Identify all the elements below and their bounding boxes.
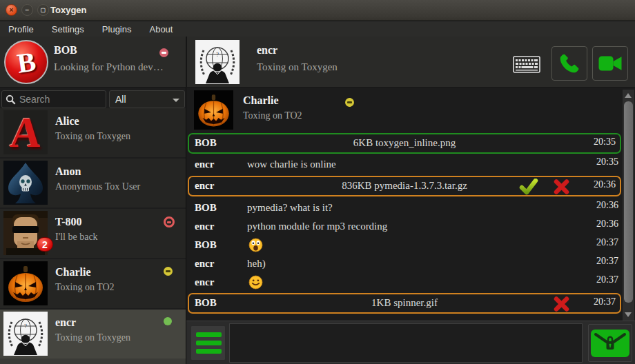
message-time: 20:35 xyxy=(594,136,616,148)
message-time: 20:37 xyxy=(594,296,616,307)
contact-row-anon[interactable]: Anon Anonymous Tox User xyxy=(0,159,186,208)
message-text: heh) xyxy=(247,258,266,270)
away-status-icon xyxy=(345,98,354,107)
search-input[interactable] xyxy=(19,94,95,105)
file-transfer-row[interactable]: encr 836KB pymedia-1.3.7.3.tar.gz 20:36 xyxy=(188,176,621,196)
contact-name: Alice xyxy=(55,115,79,128)
contact-status-message: Toxing on TO2 xyxy=(55,282,115,293)
message-time: 20:37 xyxy=(596,274,618,285)
accept-file-button[interactable] xyxy=(519,179,538,198)
scrollbar-thumb[interactable] xyxy=(624,101,633,303)
close-window-button[interactable]: × xyxy=(6,4,17,16)
contact-status-message: Toxing on Toxygen xyxy=(55,332,130,343)
contact-status-message: Toxing on Toxygen xyxy=(55,131,130,142)
message-time: 20:36 xyxy=(596,200,618,211)
message-time: 20:35 xyxy=(596,156,618,168)
unread-count-badge: 2 xyxy=(37,237,53,252)
chat-friend-status-message: Toxing on TO2 xyxy=(243,110,302,121)
message-time: 20:37 xyxy=(596,256,618,267)
avatar-letter: B xyxy=(15,45,38,79)
hamburger-menu-icon xyxy=(196,349,222,354)
file-transfer-row[interactable]: BOB 1KB spinner.gif 20:37 xyxy=(188,293,621,314)
self-name[interactable]: BOB xyxy=(54,44,77,57)
checkmark-icon xyxy=(519,179,538,195)
contact-row-charlie[interactable]: Charlie Toxing on TO2 xyxy=(0,259,186,308)
busy-status-icon xyxy=(164,216,175,228)
video-call-button[interactable] xyxy=(592,46,628,81)
minimize-window-button[interactable]: − xyxy=(21,4,33,16)
contact-filter-dropdown[interactable]: All xyxy=(109,90,185,108)
search-icon xyxy=(6,94,16,105)
video-camera-icon xyxy=(598,53,623,74)
message-text: python module for mp3 recording xyxy=(247,221,387,232)
contact-row-encr[interactable]: ? encr Toxing on Toxygen xyxy=(0,310,186,358)
filter-value: All xyxy=(115,94,126,105)
chat-scrollbar[interactable] xyxy=(623,90,634,321)
menu-item-about[interactable]: About xyxy=(149,24,173,34)
message-sender: BOB xyxy=(195,202,217,214)
chat-friend-name: Charlie xyxy=(243,94,279,107)
self-status-message[interactable]: Looking for Python dev… xyxy=(54,61,164,73)
svg-text:?: ? xyxy=(24,323,27,330)
screen-keyboard-button[interactable] xyxy=(512,54,541,74)
composer-bar xyxy=(186,321,635,364)
message-row: BOB pymedia? what is it? 20:36 xyxy=(186,199,623,217)
message-sender: encr xyxy=(195,276,214,288)
svg-text:?: ? xyxy=(216,51,219,58)
contact-status-message: I'll be back xyxy=(55,232,98,243)
away-status-icon xyxy=(164,267,173,276)
menu-item-plugins[interactable]: Plugins xyxy=(102,24,132,34)
composer-menu-button[interactable] xyxy=(190,325,226,361)
anon-avatar xyxy=(3,161,48,205)
active-friend-status-message: Toxing on Toxygen xyxy=(257,61,338,73)
maximize-window-button[interactable]: ▢ xyxy=(37,4,49,16)
jack-o-lantern-icon xyxy=(3,261,48,305)
file-name-size: 6KB toxygen_inline.png xyxy=(189,137,620,149)
decline-file-button[interactable] xyxy=(553,296,570,315)
scroll-down-arrow[interactable] xyxy=(625,312,632,317)
message-row: encr heh) 20:37 xyxy=(186,255,623,273)
search-box[interactable] xyxy=(1,90,106,108)
menu-item-settings[interactable]: Settings xyxy=(52,24,84,34)
shocked-face-emoji xyxy=(248,238,263,255)
red-cross-icon xyxy=(553,179,570,195)
message-sender: encr xyxy=(195,159,214,170)
message-sender: encr xyxy=(195,221,214,232)
sidebar-footer xyxy=(0,358,186,364)
menubar: Profile Settings Plugins About xyxy=(0,21,635,37)
charlie-avatar xyxy=(3,261,48,305)
scroll-up-arrow[interactable] xyxy=(625,93,632,98)
send-message-button[interactable] xyxy=(588,324,632,362)
red-cross-icon xyxy=(553,296,570,312)
self-avatar[interactable]: B xyxy=(4,40,48,84)
message-sender: encr xyxy=(195,258,214,270)
message-row: encr 20:37 xyxy=(186,274,623,292)
decline-file-button[interactable] xyxy=(553,179,570,198)
message-input[interactable] xyxy=(229,323,583,363)
smiling-face-emoji xyxy=(248,275,263,292)
envelope-lock-icon xyxy=(591,330,629,357)
message-text: wow charlie is online xyxy=(247,159,336,170)
active-friend-avatar: ? xyxy=(195,40,240,84)
message-row: encr python module for mp3 recording 20:… xyxy=(186,218,623,236)
contact-name: Anon xyxy=(55,165,81,178)
skull-spade-icon xyxy=(3,161,48,205)
anonymous-mask-icon: ? xyxy=(195,40,240,84)
chevron-down-icon xyxy=(173,99,179,102)
busy-status-icon xyxy=(159,48,168,57)
jack-o-lantern-icon xyxy=(194,90,233,130)
audio-call-button[interactable] xyxy=(551,46,587,81)
hamburger-menu-icon xyxy=(196,341,222,345)
contact-status-message: Anonymous Tox User xyxy=(55,181,140,192)
file-transfer-row[interactable]: BOB 6KB toxygen_inline.png 20:35 xyxy=(188,133,621,154)
online-status-icon xyxy=(164,317,172,325)
phone-icon xyxy=(558,52,581,75)
message-time: 20:37 xyxy=(596,237,618,248)
contact-row-alice[interactable]: A Alice Toxing on Toxygen xyxy=(0,108,186,157)
menu-item-profile[interactable]: Profile xyxy=(8,24,34,34)
contact-row-t800[interactable]: T-800 I'll be back 2 xyxy=(0,209,186,258)
chat-panel: Charlie Toxing on TO2 BOB 6KB toxygen_in… xyxy=(186,88,635,321)
message-row: encr wow charlie is online 20:35 xyxy=(186,156,623,174)
divider xyxy=(186,37,187,88)
titlebar[interactable]: × − ▢ Toxygen xyxy=(0,0,635,21)
